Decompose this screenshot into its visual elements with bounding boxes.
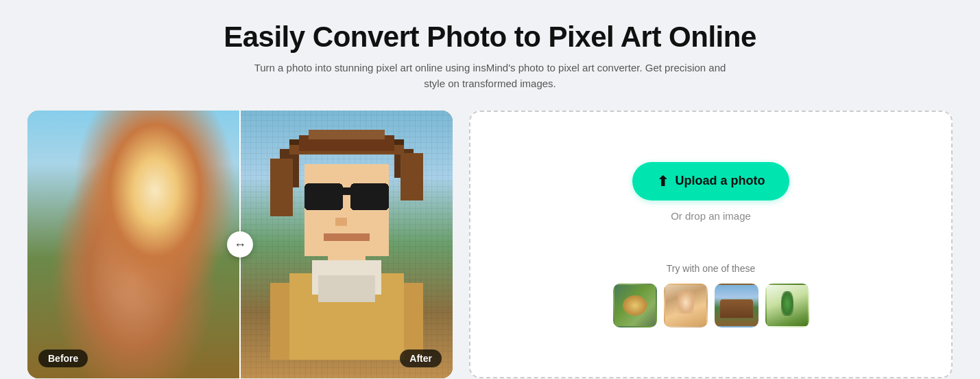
svg-rect-7 — [400, 152, 422, 200]
main-content: ↔ Before After ⬆ Upload a photo Or drop … — [27, 111, 953, 378]
svg-rect-10 — [350, 183, 389, 210]
after-side — [240, 111, 453, 378]
upload-panel[interactable]: ⬆ Upload a photo Or drop an image Try wi… — [469, 111, 953, 378]
upload-icon: ⬆ — [657, 173, 669, 190]
svg-rect-12 — [335, 218, 346, 225]
svg-rect-6 — [270, 158, 292, 216]
before-after-container: ↔ Before After — [27, 111, 453, 378]
sample-image-2[interactable] — [664, 284, 708, 328]
divider-arrows-icon: ↔ — [234, 238, 246, 252]
page-header: Easily Convert Photo to Pixel Art Online… — [27, 21, 953, 91]
preview-panel: ↔ Before After — [27, 111, 453, 378]
svg-rect-9 — [304, 183, 343, 210]
sample-images-row — [613, 284, 809, 328]
sample-image-3[interactable] — [715, 284, 758, 328]
upload-button[interactable]: ⬆ Upload a photo — [632, 162, 790, 200]
svg-rect-18 — [318, 275, 375, 302]
upload-button-label: Upload a photo — [676, 174, 765, 188]
drop-text: Or drop an image — [671, 210, 751, 222]
svg-rect-11 — [342, 187, 350, 194]
sample-image-4[interactable] — [765, 284, 809, 328]
page-wrapper: Easily Convert Photo to Pixel Art Online… — [0, 0, 980, 379]
after-label: After — [400, 349, 442, 367]
before-label: Before — [38, 349, 88, 367]
try-label: Try with one of these — [667, 263, 755, 274]
pixel-art-bg — [240, 111, 453, 378]
pixel-art-character — [251, 124, 442, 365]
page-title: Easily Convert Photo to Pixel Art Online — [27, 21, 953, 54]
page-subtitle: Turn a photo into stunning pixel art onl… — [250, 60, 730, 91]
svg-rect-5 — [308, 130, 385, 139]
sample-image-1[interactable] — [613, 284, 657, 328]
before-side — [27, 111, 240, 378]
divider-handle[interactable]: ↔ — [227, 231, 253, 257]
svg-rect-13 — [324, 233, 370, 240]
